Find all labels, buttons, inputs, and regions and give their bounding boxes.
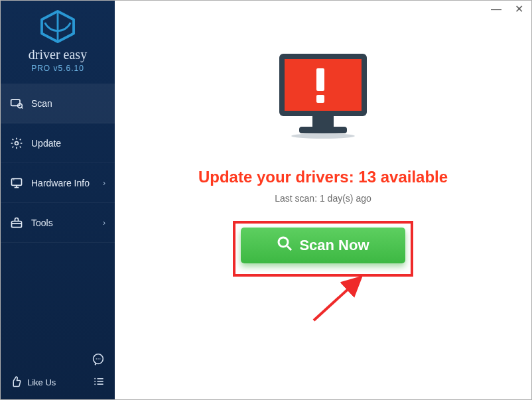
monitor-icon: [10, 176, 23, 190]
sidebar-label: Hardware Info: [31, 178, 90, 188]
scan-highlight-box: Scan Now: [233, 221, 413, 277]
branding: driver easy PRO v5.6.10: [1, 1, 115, 81]
sidebar: driver easy PRO v5.6.10 Scan: [1, 1, 115, 399]
gear-icon: [10, 137, 23, 150]
sidebar-item-tools[interactable]: Tools ›: [1, 203, 115, 243]
annotation-arrow-icon: [306, 269, 372, 331]
svg-rect-21: [316, 95, 324, 103]
svg-rect-5: [12, 178, 22, 185]
svg-rect-22: [312, 116, 334, 127]
alert-monitor-icon: [270, 47, 376, 149]
svg-line-26: [287, 246, 291, 250]
headline-prefix: Update your drivers:: [198, 168, 358, 186]
menu-icon[interactable]: [92, 375, 105, 390]
svg-point-24: [291, 133, 355, 139]
svg-point-12: [94, 378, 96, 379]
sidebar-label: Scan: [31, 98, 52, 109]
sidebar-item-update[interactable]: Update: [1, 123, 115, 163]
sidebar-label: Update: [31, 138, 61, 149]
brand-name: driver easy: [1, 47, 115, 62]
svg-rect-7: [12, 221, 22, 227]
svg-rect-20: [316, 68, 324, 91]
search-icon: [277, 235, 293, 255]
svg-rect-23: [299, 127, 347, 133]
sidebar-label: Tools: [31, 218, 53, 228]
headline: Update your drivers: 13 available: [198, 168, 448, 186]
svg-point-4: [15, 141, 19, 145]
last-scan-text: Last scan: 1 day(s) ago: [275, 193, 371, 204]
like-us-button[interactable]: Like Us: [10, 375, 56, 389]
sidebar-nav: Scan Update: [1, 84, 115, 243]
content-area: — ✕ Update your drivers: 13 available: [115, 1, 531, 399]
sidebar-item-scan[interactable]: Scan: [1, 84, 115, 123]
window-controls: — ✕: [484, 1, 531, 18]
svg-point-25: [279, 237, 288, 247]
chevron-right-icon: ›: [103, 178, 105, 188]
sidebar-item-hardware-info[interactable]: Hardware Info ›: [1, 163, 115, 203]
svg-point-10: [98, 358, 98, 359]
chevron-right-icon: ›: [103, 218, 105, 228]
logo-icon: [38, 34, 77, 45]
window-close[interactable]: ✕: [513, 5, 525, 14]
sidebar-footer: Like Us: [1, 346, 115, 399]
toolbox-icon: [10, 216, 23, 230]
svg-line-3: [22, 107, 23, 108]
scan-now-label: Scan Now: [299, 237, 369, 254]
svg-rect-1: [11, 100, 20, 105]
feedback-icon[interactable]: [91, 352, 105, 369]
svg-point-16: [94, 383, 96, 385]
svg-point-9: [96, 358, 97, 359]
brand-version: PRO v5.6.10: [1, 64, 115, 73]
thumbs-up-icon: [10, 375, 22, 389]
headline-suffix: available: [376, 168, 448, 186]
window-minimize[interactable]: —: [490, 5, 502, 14]
svg-point-6: [13, 179, 15, 180]
scan-now-button[interactable]: Scan Now: [241, 228, 405, 263]
like-us-label: Like Us: [27, 377, 56, 387]
scan-icon: [10, 97, 23, 110]
updates-count: 13: [358, 168, 376, 186]
svg-line-28: [314, 279, 359, 320]
svg-point-14: [94, 381, 96, 382]
svg-point-11: [100, 358, 100, 359]
